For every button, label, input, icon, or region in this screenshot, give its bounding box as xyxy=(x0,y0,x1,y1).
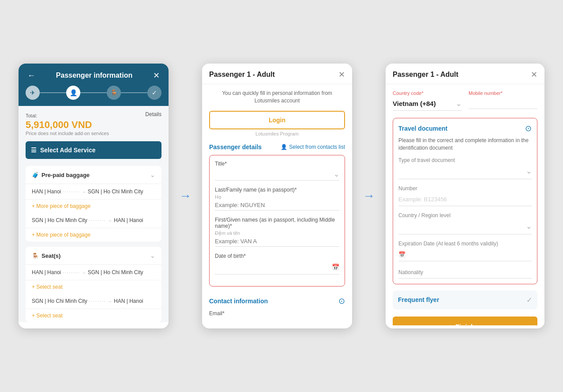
country-select-dropdown[interactable]: Vietnam (+84) ⌄ xyxy=(393,98,462,111)
lastname-label: Last/Family name (as in passport)* xyxy=(215,187,339,193)
finish-button[interactable]: Finish xyxy=(393,317,537,325)
country-chevron: ⌄ xyxy=(456,99,462,108)
email-label: Email* xyxy=(209,310,345,317)
doc-type-chevron: ⌄ xyxy=(526,167,532,175)
frequent-flyer-section: Frequent flyer ✓ xyxy=(393,290,537,309)
price-note: Price does not include add-on services xyxy=(26,131,161,136)
firstname-input[interactable] xyxy=(215,236,339,247)
seat-icon: 🪑 xyxy=(32,253,39,259)
seat-route-2: SGN | Ho Chi Minh City ········ → HAN | … xyxy=(26,294,161,309)
phone-3: Passenger 1 - Adult ✕ Country code* Viet… xyxy=(386,64,544,328)
lastname-input[interactable] xyxy=(215,200,339,211)
phone3-body: Country code* Vietnam (+84) ⌄ Mobile num… xyxy=(386,84,544,325)
mobile-label: Mobile number* xyxy=(469,90,537,96)
baggage-route-1: HAN | Hanoi ········ → SGN | Ho Chi Minh… xyxy=(26,184,161,200)
baggage-title: 🧳 Pre-paid baggage xyxy=(32,172,90,178)
doc-expiry-label: Expiration Date (At least 6 months valid… xyxy=(398,241,532,247)
lastname-sublabel: Họ xyxy=(215,194,339,200)
travel-doc-header: Travel document ⊙ xyxy=(398,124,532,133)
select-seat-1[interactable]: + Select seat xyxy=(26,280,161,294)
title-label: Title* xyxy=(215,161,339,167)
add-baggage-1[interactable]: + More piece of baggage xyxy=(26,200,161,213)
travel-doc-note: Please fill in the correct and complete … xyxy=(398,137,532,152)
arrow-1: → xyxy=(179,189,191,203)
phone3-close-button[interactable]: ✕ xyxy=(531,70,537,79)
travel-doc-expand-button[interactable]: ⊙ xyxy=(525,124,532,133)
doc-nationality-row: Nationality xyxy=(398,268,532,279)
select-seat-2[interactable]: + Select seat xyxy=(26,309,161,322)
step-3[interactable]: 🪑 xyxy=(107,86,121,100)
contact-label: Contact information xyxy=(209,298,268,305)
baggage-section: 🧳 Pre-paid baggage ⌄ HAN | Hanoi ·······… xyxy=(26,166,161,241)
phone1-body: Total: Details 5,910,000 VND Price does … xyxy=(19,106,169,322)
seat-route-2-text: SGN | Ho Chi Minh City ········ → HAN | … xyxy=(32,298,155,304)
seat-chevron[interactable]: ⌄ xyxy=(150,252,155,259)
doc-type-label: Type of travel document xyxy=(398,157,532,163)
back-button[interactable]: ← xyxy=(26,70,37,81)
country-code-label: Country code* xyxy=(393,90,462,96)
travel-doc-section: Travel document ⊙ Please fill in the cor… xyxy=(393,118,537,284)
firstname-sublabel: Đệm và tên xyxy=(215,230,339,236)
route-1-text: HAN | Hanoi ········ → SGN | Ho Chi Minh… xyxy=(32,188,155,195)
person-icon: 👤 xyxy=(281,144,287,150)
service-icon: ☰ xyxy=(31,147,37,154)
price-amount: 5,910,000 VND xyxy=(26,119,161,131)
details-link[interactable]: Details xyxy=(145,111,161,117)
seat-header: 🪑 Seat(s) ⌄ xyxy=(26,247,161,265)
frequent-flyer-check: ✓ xyxy=(526,296,532,304)
contact-section: Contact information ⊙ xyxy=(209,292,345,310)
baggage-route-2: SGN | Ho Chi Minh City ········ → HAN | … xyxy=(26,213,161,228)
doc-number-row: Example: B123456 xyxy=(398,193,532,206)
arrow-2: → xyxy=(363,189,375,203)
passenger-form: Title* ⌄ Last/Family name (as in passpor… xyxy=(209,155,345,286)
travel-doc-title: Travel document xyxy=(398,125,447,132)
email-input[interactable] xyxy=(209,318,345,325)
scene: ← Passenger information ✕ ✈ 👤 🪑 ✓ Total:… xyxy=(1,46,562,346)
dob-input[interactable] xyxy=(215,262,332,272)
title-select-row[interactable]: ⌄ xyxy=(215,168,339,181)
add-baggage-2[interactable]: + More piece of baggage xyxy=(26,228,161,241)
step-line-3 xyxy=(121,92,147,93)
step-4[interactable]: ✓ xyxy=(147,86,161,100)
phone2-close-button[interactable]: ✕ xyxy=(338,70,345,79)
seat-route-1-text: HAN | Hanoi ········ → SGN | Ho Chi Minh… xyxy=(32,269,155,275)
phone2-title: Passenger 1 - Adult xyxy=(209,71,275,79)
phone-1: ← Passenger information ✕ ✈ 👤 🪑 ✓ Total:… xyxy=(19,64,169,328)
passenger-details-header: Passenger details 👤 Select from contacts… xyxy=(209,143,345,151)
frequent-flyer-title: Frequent flyer xyxy=(398,296,439,303)
price-section: Total: Details 5,910,000 VND Price does … xyxy=(26,111,161,136)
dob-input-row[interactable]: 📅 xyxy=(215,260,339,275)
select-service-label: Select Add Service xyxy=(40,147,96,154)
contact-expand-button[interactable]: ⊙ xyxy=(338,296,345,306)
seat-route-1: HAN | Hanoi ········ → SGN | Ho Chi Minh… xyxy=(26,265,161,280)
select-add-service-button[interactable]: ☰ Select Add Service xyxy=(26,141,161,159)
close-button[interactable]: ✕ xyxy=(151,70,161,81)
doc-number-placeholder: Example: B123456 xyxy=(398,196,447,203)
firstname-label: First/Given names (as in passport, inclu… xyxy=(215,217,339,229)
baggage-chevron[interactable]: ⌄ xyxy=(150,171,155,178)
title-field-group: Title* ⌄ xyxy=(215,161,339,181)
price-label: Total: xyxy=(26,113,37,118)
title-chevron: ⌄ xyxy=(334,170,339,178)
login-button[interactable]: Login xyxy=(209,111,345,129)
country-value: Vietnam (+84) xyxy=(393,100,436,107)
dob-field-group: Date of birth* 📅 xyxy=(215,253,339,275)
phone2-header: Passenger 1 - Adult ✕ xyxy=(202,64,352,84)
passenger-details-label: Passenger details xyxy=(209,143,262,151)
seat-section: 🪑 Seat(s) ⌄ HAN | Hanoi ········ → SGN |… xyxy=(26,247,161,322)
email-field-group: Email* xyxy=(209,310,345,325)
phone3-header: Passenger 1 - Adult ✕ xyxy=(386,64,544,84)
step-1[interactable]: ✈ xyxy=(26,86,40,100)
doc-country-select[interactable]: ⌄ xyxy=(398,220,532,234)
mobile-input[interactable] xyxy=(469,98,537,109)
phone2-body: You can quickly fill in personal informa… xyxy=(202,84,352,325)
phone-2: Passenger 1 - Adult ✕ You can quickly fi… xyxy=(202,64,352,328)
doc-type-select[interactable]: ⌄ xyxy=(398,165,532,179)
calendar-icon: 📅 xyxy=(332,264,339,271)
doc-number-label: Number xyxy=(398,185,532,192)
step-2[interactable]: 👤 xyxy=(66,86,80,100)
country-code-col: Country code* Vietnam (+84) ⌄ xyxy=(393,90,462,111)
phone2-subtitle: You can quickly fill in personal informa… xyxy=(209,90,345,105)
lotusmiles-label: Lotusmiles Program xyxy=(209,131,345,136)
contacts-link[interactable]: 👤 Select from contacts list xyxy=(281,144,345,150)
